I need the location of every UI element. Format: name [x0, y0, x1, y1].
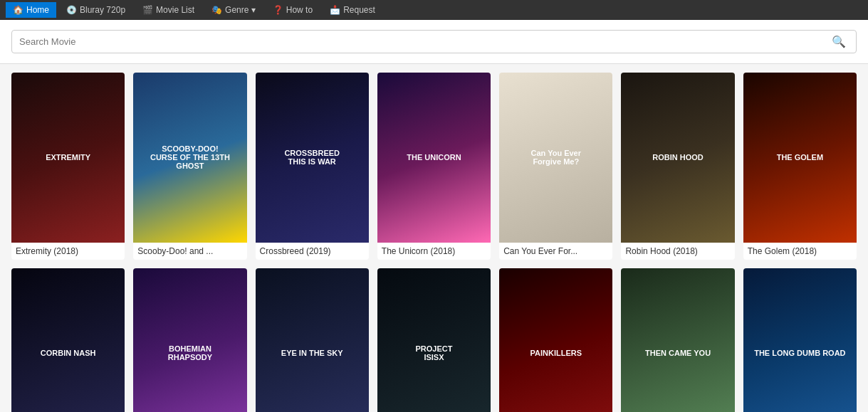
movie-poster-canyouever: Can You Ever Forgive Me?: [499, 73, 612, 243]
movie-poster-scooby: SCOOBY-DOO! CURSE OF THE 13TH GHOST: [133, 73, 246, 243]
movie-poster-thencameyou: THEN CAME YOU: [621, 268, 734, 412]
movie-card-thencameyou[interactable]: THEN CAME YOUThen Came You (...: [621, 268, 734, 412]
movie-poster-unicorn: THE UNICORN: [377, 73, 491, 243]
movie-card-painkillers[interactable]: PAINKILLERSPainkillers (2018): [499, 268, 612, 412]
movie-title-extremity: Extremity (2018): [11, 243, 125, 260]
movie-card-longdumbroad[interactable]: THE LONG DUMB ROADThe Long Dumb ...: [743, 268, 857, 412]
movie-card-unicorn[interactable]: THE UNICORNThe Unicorn (2018): [377, 73, 491, 260]
movie-card-bohemian[interactable]: BOHEMIAN RHAPSODYBohemian Rhaps...: [133, 268, 246, 412]
search-input[interactable]: [19, 36, 829, 47]
movie-card-eyeinthesky[interactable]: EYE IN THE SKYEye in the Sky (2015): [256, 268, 369, 412]
movie-card-golem[interactable]: THE GOLEMThe Golem (2018): [743, 73, 857, 260]
poster-placeholder-canyouever: Can You Ever Forgive Me?: [499, 73, 612, 243]
movie-card-scooby[interactable]: SCOOBY-DOO! CURSE OF THE 13TH GHOSTScoob…: [133, 73, 246, 260]
movie-card-canyouever[interactable]: Can You Ever Forgive Me?Can You Ever For…: [499, 73, 612, 260]
movie-card-extremity[interactable]: EXTREMITYExtremity (2018): [11, 73, 125, 260]
movie-title-golem: The Golem (2018): [743, 243, 857, 260]
poster-placeholder-extremity: EXTREMITY: [11, 73, 125, 243]
poster-placeholder-painkillers: PAINKILLERS: [499, 268, 612, 412]
nav-icon-howto: ❓: [273, 5, 283, 15]
nav-label-genre: Genre ▾: [225, 5, 256, 15]
movie-title-unicorn: The Unicorn (2018): [377, 243, 491, 260]
movie-poster-painkillers: PAINKILLERS: [499, 268, 612, 412]
movie-poster-crossbreed: CROSSBREED THIS IS WAR: [256, 73, 369, 243]
poster-placeholder-eyeinthesky: EYE IN THE SKY: [256, 268, 369, 412]
movie-poster-corbinnash: CORBIN NASH: [11, 268, 125, 412]
nav-icon-genre: 🎭: [211, 5, 222, 15]
movie-card-crossbreed[interactable]: CROSSBREED THIS IS WARCrossbreed (2019): [256, 73, 369, 260]
nav-label-home: Home: [26, 5, 49, 15]
poster-placeholder-bohemian: BOHEMIAN RHAPSODY: [133, 268, 246, 412]
movie-card-robinhood[interactable]: ROBIN HOODRobin Hood (2018): [621, 73, 734, 260]
movie-title-crossbreed: Crossbreed (2019): [256, 243, 369, 260]
search-button[interactable]: 🔍: [829, 35, 849, 48]
nav-icon-bluray: 💿: [66, 5, 77, 15]
nav-item-genre[interactable]: 🎭Genre ▾: [204, 2, 263, 18]
search-container: 🔍: [0, 20, 868, 64]
nav-label-howto: How to: [286, 5, 313, 15]
poster-placeholder-unicorn: THE UNICORN: [377, 73, 491, 243]
poster-placeholder-scooby: SCOOBY-DOO! CURSE OF THE 13TH GHOST: [133, 73, 246, 243]
poster-placeholder-projectisisx: PROJECT ISISX: [377, 268, 491, 412]
movie-grid-container: EXTREMITYExtremity (2018)SCOOBY-DOO! CUR…: [0, 64, 868, 412]
movie-card-corbinnash[interactable]: CORBIN NASHCorbin Nash (2018): [11, 268, 125, 412]
nav-icon-home: 🏠: [13, 5, 23, 15]
nav-item-howto[interactable]: ❓How to: [266, 2, 320, 18]
movie-poster-projectisisx: PROJECT ISISX: [377, 268, 491, 412]
movie-grid: EXTREMITYExtremity (2018)SCOOBY-DOO! CUR…: [11, 73, 857, 412]
search-bar: 🔍: [11, 30, 857, 53]
poster-placeholder-longdumbroad: THE LONG DUMB ROAD: [743, 268, 857, 412]
nav-item-movielist[interactable]: 🎬Movie List: [135, 2, 202, 18]
movie-title-robinhood: Robin Hood (2018): [621, 243, 734, 260]
poster-placeholder-thencameyou: THEN CAME YOU: [621, 268, 734, 412]
movie-card-projectisisx[interactable]: PROJECT ISISXProject ISISX (2018): [377, 268, 491, 412]
poster-placeholder-corbinnash: CORBIN NASH: [11, 268, 125, 412]
movie-poster-bohemian: BOHEMIAN RHAPSODY: [133, 268, 246, 412]
movie-poster-eyeinthesky: EYE IN THE SKY: [256, 268, 369, 412]
movie-poster-robinhood: ROBIN HOOD: [621, 73, 734, 243]
navbar: 🏠Home💿Bluray 720p🎬Movie List🎭Genre ▾❓How…: [0, 0, 868, 20]
movie-title-scooby: Scooby-Doo! and ...: [133, 243, 246, 260]
poster-placeholder-crossbreed: CROSSBREED THIS IS WAR: [256, 73, 369, 243]
nav-icon-request: 📩: [330, 5, 340, 15]
nav-label-movielist: Movie List: [156, 5, 194, 15]
poster-placeholder-golem: THE GOLEM: [743, 73, 857, 243]
nav-item-home[interactable]: 🏠Home: [6, 2, 56, 18]
movie-poster-longdumbroad: THE LONG DUMB ROAD: [743, 268, 857, 412]
movie-poster-golem: THE GOLEM: [743, 73, 857, 243]
poster-placeholder-robinhood: ROBIN HOOD: [621, 73, 734, 243]
movie-title-canyouever: Can You Ever For...: [499, 243, 612, 260]
nav-icon-movielist: 🎬: [142, 5, 153, 15]
nav-item-bluray[interactable]: 💿Bluray 720p: [59, 2, 132, 18]
nav-label-bluray: Bluray 720p: [80, 5, 125, 15]
nav-label-request: Request: [343, 5, 375, 15]
nav-item-request[interactable]: 📩Request: [323, 2, 382, 18]
movie-poster-extremity: EXTREMITY: [11, 73, 125, 243]
